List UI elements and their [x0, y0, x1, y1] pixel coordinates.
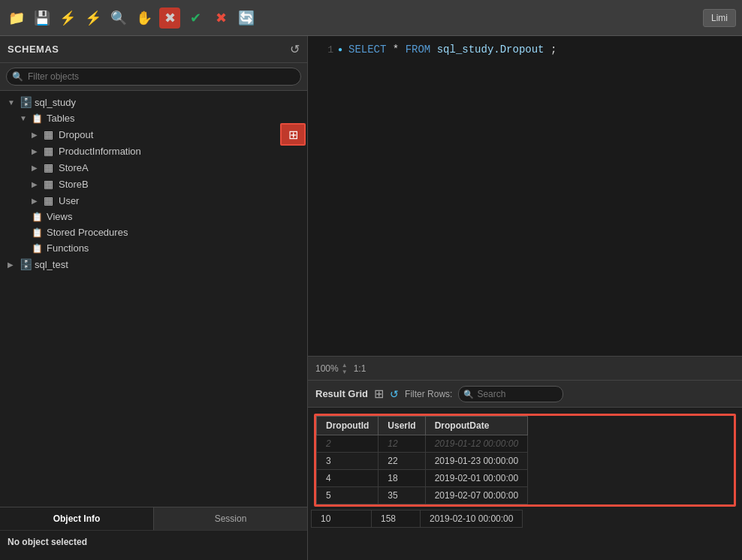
limit-button[interactable]: Limi: [703, 9, 736, 27]
object-info-content: No object selected: [0, 530, 307, 560]
cancel-circle-icon[interactable]: ✖: [210, 8, 231, 29]
arrow-storeb: ▶: [32, 180, 44, 188]
result-table-extra: 10 158 2019-02-10 00:00:00: [311, 510, 523, 528]
cell-userid: 18: [379, 470, 425, 487]
schema-tree: ▼ 🗄️ sql_study ▼ 📋 Tables ▶ ▦ Dropout ℹ …: [0, 91, 307, 507]
magnify-icon[interactable]: 🔍: [108, 8, 129, 29]
views-icon: 📋: [32, 212, 47, 222]
grid-icon: ⊞: [288, 128, 298, 142]
tree-label-views: Views: [47, 211, 307, 222]
cross-red-icon[interactable]: ✖: [159, 8, 180, 29]
line-number-1: 1: [315, 44, 333, 56]
cell-date: 2019-01-23 00:00:00: [425, 453, 527, 470]
cell-date: 2019-02-07 00:00:00: [425, 487, 527, 504]
tree-item-tables[interactable]: ▼ 📋 Tables: [0, 110, 307, 126]
left-panel: SCHEMAS ↺ 🔍 ▼ 🗄️ sql_study ▼ 📋 Tables: [0, 36, 308, 560]
result-search-icon: 🔍: [463, 389, 474, 399]
zoom-control: 100% ▲▼: [315, 362, 348, 375]
table-icon-user: ▦: [44, 194, 59, 206]
tree-item-sql-study[interactable]: ▼ 🗄️ sql_study: [0, 94, 307, 110]
position-label: 1:1: [354, 363, 366, 374]
arrow-user: ▶: [32, 197, 44, 205]
schemas-header: SCHEMAS ↺: [0, 36, 307, 63]
tree-item-user[interactable]: ▶ ▦ User: [0, 192, 307, 209]
tree-item-dropout[interactable]: ▶ ▦ Dropout ℹ ⊞: [0, 126, 307, 143]
stop-icon[interactable]: ✋: [134, 8, 155, 29]
grid-view-icon[interactable]: ⊞: [374, 387, 384, 401]
cell-id: 10: [312, 510, 372, 528]
execute-icon[interactable]: ⚡: [57, 8, 78, 29]
col-user-id: UserId: [379, 417, 425, 435]
table-data-icon-highlight[interactable]: ⊞: [280, 123, 306, 146]
result-grid-label: Result Grid: [315, 388, 368, 399]
tree-label-storea: StoreA: [59, 162, 307, 173]
col-dropout-date: DropoutDate: [425, 417, 527, 435]
folder-icon[interactable]: 📁: [6, 8, 27, 29]
table-icon-storeb: ▦: [44, 178, 59, 190]
result-refresh-icon[interactable]: ↺: [390, 388, 399, 400]
tree-label-functions: Functions: [47, 242, 307, 254]
editor-footer: 100% ▲▼ 1:1: [308, 356, 742, 380]
result-toolbar: Result Grid ⊞ ↺ Filter Rows: 🔍: [308, 381, 742, 408]
arrow-sql-study: ▼: [8, 98, 20, 107]
zoom-arrows[interactable]: ▲▼: [342, 362, 348, 375]
table-header-row: DropoutId UserId DropoutDate: [317, 417, 528, 435]
sql-editor[interactable]: 1 ● SELECT * FROM sql_study.Dropout ;: [308, 36, 742, 356]
object-info-text: No object selected: [8, 537, 87, 547]
refresh-icon[interactable]: 🔄: [236, 8, 257, 29]
main-toolbar: 📁 💾 ⚡ ⚡ 🔍 ✋ ✖ ✔ ✖ 🔄 Limi: [0, 0, 742, 36]
table-row: 3 22 2019-01-23 00:00:00: [317, 453, 528, 470]
schemas-title: SCHEMAS: [8, 44, 59, 55]
tables-icon: 📋: [32, 113, 47, 124]
tree-label-sql-study: sql_study: [35, 97, 307, 108]
cell-userid: 12: [379, 435, 425, 453]
tree-label-stored-procedures: Stored Procedures: [47, 227, 307, 238]
filter-rows-label: Filter Rows:: [405, 389, 452, 399]
result-search-wrap: 🔍: [458, 386, 563, 402]
cell-userid: 35: [379, 487, 425, 504]
result-search-input[interactable]: [458, 386, 563, 402]
tree-item-functions[interactable]: 📋 Functions: [0, 240, 307, 256]
cell-userid: 22: [379, 453, 425, 470]
tab-session[interactable]: Session: [154, 507, 307, 530]
table-row: 10 158 2019-02-10 00:00:00: [312, 510, 523, 528]
tree-item-sql-test[interactable]: ▶ 🗄️ sql_test: [0, 256, 307, 272]
filter-search-icon: 🔍: [12, 71, 23, 82]
sql-line-1: 1 ● SELECT * FROM sql_study.Dropout ;: [308, 44, 742, 56]
tree-label-productinfo: ProductInformation: [59, 146, 307, 157]
arrow-tables: ▼: [20, 114, 32, 122]
tree-item-storea[interactable]: ▶ ▦ StoreA: [0, 159, 307, 176]
zoom-label: 100%: [315, 363, 339, 374]
col-dropout-id: DropoutId: [317, 417, 379, 435]
tree-item-stored-procedures[interactable]: 📋 Stored Procedures: [0, 224, 307, 240]
cell-date: 2019-02-10 00:00:00: [421, 510, 523, 528]
sp-icon: 📋: [32, 227, 47, 238]
cell-userid: 158: [372, 510, 421, 528]
tree-item-storeb[interactable]: ▶ ▦ StoreB: [0, 176, 307, 192]
tree-item-productinfo[interactable]: ▶ ▦ ProductInformation: [0, 143, 307, 159]
table-icon-storea: ▦: [44, 161, 59, 173]
result-table: DropoutId UserId DropoutDate 2 12 2019-0…: [316, 416, 528, 504]
table-row: 4 18 2019-02-01 00:00:00: [317, 470, 528, 487]
tree-label-dropout: Dropout: [59, 129, 299, 140]
check-icon[interactable]: ✔: [185, 8, 206, 29]
db-icon: 🗄️: [20, 96, 35, 108]
table-row: 2 12 2019-01-12 00:00:00: [317, 435, 528, 453]
cell-date: 2019-01-12 00:00:00: [425, 435, 527, 453]
cell-id: 2: [317, 435, 379, 453]
filter-input[interactable]: [6, 68, 301, 86]
result-table-wrap: DropoutId UserId DropoutDate 2 12 2019-0…: [308, 408, 742, 560]
save-icon[interactable]: 💾: [32, 8, 53, 29]
db-icon-sql-test: 🗄️: [20, 258, 35, 270]
tree-item-views[interactable]: 📋 Views: [0, 209, 307, 224]
tab-object-info[interactable]: Object Info: [0, 507, 154, 530]
execute-cursor-icon[interactable]: ⚡: [83, 8, 104, 29]
tree-label-storeb: StoreB: [59, 179, 307, 190]
table-icon-productinfo: ▦: [44, 145, 59, 157]
arrow-productinfo: ▶: [32, 147, 44, 155]
result-table-highlight: DropoutId UserId DropoutDate 2 12 2019-0…: [314, 414, 736, 507]
fn-icon: 📋: [32, 243, 47, 254]
table-icon-dropout: ▦: [44, 128, 59, 140]
schemas-refresh-icon[interactable]: ↺: [290, 42, 300, 56]
tree-label-sql-test: sql_test: [35, 259, 307, 270]
